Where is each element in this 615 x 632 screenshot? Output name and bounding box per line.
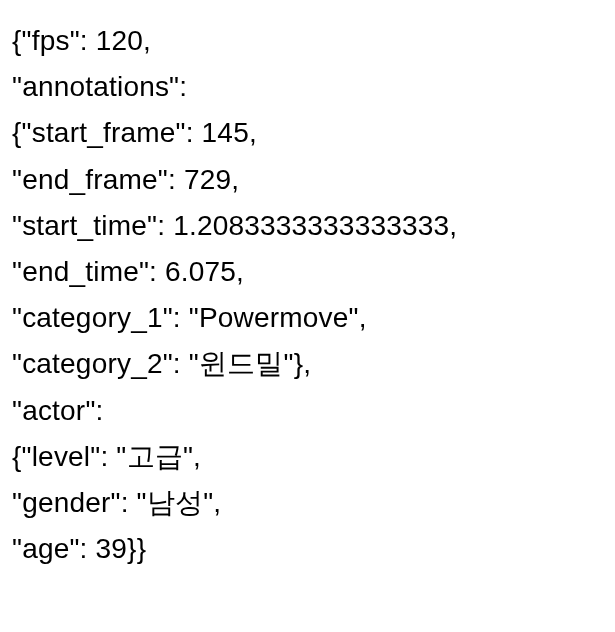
json-line-6: "category_1": "Powermove", <box>12 295 603 341</box>
json-line-11: "age": 39}} <box>12 526 603 572</box>
json-line-5: "end_time": 6.075, <box>12 249 603 295</box>
json-line-1: "annotations": <box>12 64 603 110</box>
json-line-7: "category_2": "윈드밀"}, <box>12 341 603 387</box>
json-line-4: "start_time": 1.2083333333333333, <box>12 203 603 249</box>
json-line-9: {"level": "고급", <box>12 434 603 480</box>
json-line-10: "gender": "남성", <box>12 480 603 526</box>
json-line-2: {"start_frame": 145, <box>12 110 603 156</box>
json-line-8: "actor": <box>12 388 603 434</box>
json-line-0: {"fps": 120, <box>12 18 603 64</box>
json-line-3: "end_frame": 729, <box>12 157 603 203</box>
